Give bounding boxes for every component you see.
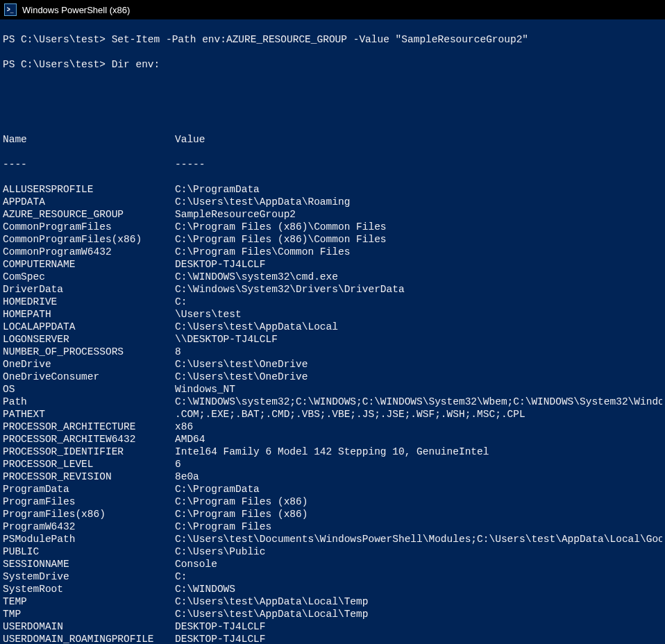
env-row: TEMPC:\Users\test\AppData\Local\Temp — [3, 595, 662, 608]
env-value: 6 — [175, 458, 662, 471]
env-name: NUMBER_OF_PROCESSORS — [3, 346, 175, 358]
env-name: PROCESSOR_LEVEL — [3, 458, 175, 471]
env-row: SystemDriveC: — [3, 570, 662, 583]
env-name: DriverData — [3, 283, 175, 296]
env-row: PROCESSOR_IDENTIFIERIntel64 Family 6 Mod… — [3, 446, 662, 458]
env-name: PROCESSOR_ARCHITECTURE — [3, 421, 175, 433]
env-value: C:\Program Files (x86)\Common Files — [175, 233, 662, 246]
env-value: \Users\test — [175, 308, 662, 321]
env-value: C:\WINDOWS\system32;C:\WINDOWS;C:\WINDOW… — [175, 396, 662, 408]
command-text: Dir env: — [112, 58, 160, 71]
env-row: ProgramFilesC:\Program Files (x86) — [3, 495, 662, 508]
env-value: C:\Program Files (x86) — [175, 495, 662, 508]
env-name: USERDOMAIN — [3, 620, 175, 633]
env-row: PROCESSOR_LEVEL6 — [3, 458, 662, 471]
env-row: ALLUSERSPROFILEC:\ProgramData — [3, 183, 662, 196]
env-name: ComSpec — [3, 271, 175, 283]
env-name: PATHEXT — [3, 408, 175, 421]
env-name: ALLUSERSPROFILE — [3, 183, 175, 196]
env-value: C:\Windows\System32\Drivers\DriverData — [175, 283, 662, 296]
env-row: OneDriveC:\Users\test\OneDrive — [3, 358, 662, 371]
env-row: LOGONSERVER\\DESKTOP-TJ4LCLF — [3, 333, 662, 346]
env-name: OS — [3, 383, 175, 396]
window-title: Windows PowerShell (x86) — [22, 5, 130, 15]
env-row: ProgramW6432C:\Program Files — [3, 520, 662, 533]
env-value: C:\Users\test\Documents\WindowsPowerShel… — [175, 533, 662, 545]
env-name: PROCESSOR_ARCHITEW6432 — [3, 433, 175, 446]
env-value: Intel64 Family 6 Model 142 Stepping 10, … — [175, 446, 662, 458]
env-value: AMD64 — [175, 433, 662, 446]
env-name: CommonProgramFiles — [3, 221, 175, 233]
env-row: CommonProgramFilesC:\Program Files (x86)… — [3, 221, 662, 233]
command-line-2: PS C:\Users\test> Dir env: — [3, 58, 662, 71]
env-name: ProgramW6432 — [3, 520, 175, 533]
env-value: C:\Users\test\OneDrive — [175, 371, 662, 383]
env-value: C:\WINDOWS\system32\cmd.exe — [175, 271, 662, 283]
env-value: C:\Users\Public — [175, 545, 662, 558]
env-row: SystemRootC:\WINDOWS — [3, 583, 662, 595]
command-text: Set-Item -Path env:AZURE_RESOURCE_GROUP … — [112, 33, 528, 46]
env-row: ProgramDataC:\ProgramData — [3, 483, 662, 495]
env-value: DESKTOP-TJ4LCLF — [175, 620, 662, 633]
env-name: HOMEPATH — [3, 308, 175, 321]
env-value: C:\WINDOWS — [175, 583, 662, 595]
window-titlebar[interactable]: >_ Windows PowerShell (x86) — [0, 0, 665, 19]
env-row: PathC:\WINDOWS\system32;C:\WINDOWS;C:\WI… — [3, 396, 662, 408]
powershell-icon: >_ — [4, 3, 17, 16]
env-value: C:\Users\test\AppData\Roaming — [175, 196, 662, 208]
env-row: COMPUTERNAMEDESKTOP-TJ4LCLF — [3, 258, 662, 271]
env-row: CommonProgramW6432C:\Program Files\Commo… — [3, 246, 662, 258]
env-row: HOMEPATH\Users\test — [3, 308, 662, 321]
blank-line — [3, 108, 662, 121]
env-value: C:\Program Files (x86)\Common Files — [175, 221, 662, 233]
header-value: Value — [175, 133, 662, 146]
env-value: x86 — [175, 421, 662, 433]
env-value: C:\Program Files — [175, 520, 662, 533]
command-line-1: PS C:\Users\test> Set-Item -Path env:AZU… — [3, 33, 662, 46]
env-name: LOCALAPPDATA — [3, 321, 175, 333]
env-name: APPDATA — [3, 196, 175, 208]
env-value: Windows_NT — [175, 383, 662, 396]
env-value: 8 — [175, 346, 662, 358]
env-row: TMPC:\Users\test\AppData\Local\Temp — [3, 608, 662, 620]
env-name: ProgramFiles(x86) — [3, 508, 175, 520]
env-value: C:\Program Files (x86) — [175, 508, 662, 520]
env-row: PUBLICC:\Users\Public — [3, 545, 662, 558]
env-row: ComSpecC:\WINDOWS\system32\cmd.exe — [3, 271, 662, 283]
header-underline: --------- — [3, 158, 662, 171]
env-row: HOMEDRIVEC: — [3, 296, 662, 308]
env-name: OneDriveConsumer — [3, 371, 175, 383]
env-row: CommonProgramFiles(x86)C:\Program Files … — [3, 233, 662, 246]
env-row: USERDOMAINDESKTOP-TJ4LCLF — [3, 620, 662, 633]
env-row: PATHEXT.COM;.EXE;.BAT;.CMD;.VBS;.VBE;.JS… — [3, 408, 662, 421]
env-name: SystemDrive — [3, 570, 175, 583]
env-row: APPDATAC:\Users\test\AppData\Roaming — [3, 196, 662, 208]
env-name: USERDOMAIN_ROAMINGPROFILE — [3, 633, 175, 644]
env-name: TEMP — [3, 595, 175, 608]
env-name: CommonProgramFiles(x86) — [3, 233, 175, 246]
env-row: ProgramFiles(x86)C:\Program Files (x86) — [3, 508, 662, 520]
env-value: .COM;.EXE;.BAT;.CMD;.VBS;.VBE;.JS;.JSE;.… — [175, 408, 662, 421]
env-row: DriverDataC:\Windows\System32\Drivers\Dr… — [3, 283, 662, 296]
terminal-output[interactable]: PS C:\Users\test> Set-Item -Path env:AZU… — [0, 19, 665, 644]
env-name: AZURE_RESOURCE_GROUP — [3, 208, 175, 221]
env-row: PSModulePathC:\Users\test\Documents\Wind… — [3, 533, 662, 545]
env-name: SESSIONNAME — [3, 558, 175, 570]
env-name: PUBLIC — [3, 545, 175, 558]
env-value: C: — [175, 570, 662, 583]
header-row: NameValue — [3, 133, 662, 146]
env-value: DESKTOP-TJ4LCLF — [175, 633, 662, 644]
env-value: C:\Users\test\AppData\Local\Temp — [175, 595, 662, 608]
env-name: OneDrive — [3, 358, 175, 371]
env-value: SampleResourceGroup2 — [175, 208, 662, 221]
env-value: 8e0a — [175, 471, 662, 483]
env-value: C: — [175, 296, 662, 308]
env-value: C:\Program Files\Common Files — [175, 246, 662, 258]
env-row: PROCESSOR_ARCHITECTUREx86 — [3, 421, 662, 433]
env-value: C:\Users\test\AppData\Local — [175, 321, 662, 333]
env-row: SESSIONNAMEConsole — [3, 558, 662, 570]
blank-line — [3, 83, 662, 96]
env-name: COMPUTERNAME — [3, 258, 175, 271]
env-name: ProgramFiles — [3, 495, 175, 508]
env-value: Console — [175, 558, 662, 570]
